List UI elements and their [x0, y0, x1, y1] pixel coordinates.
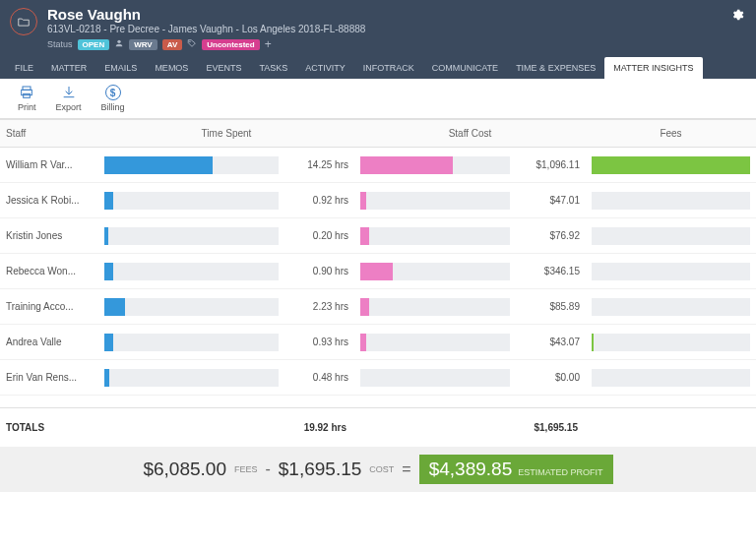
table-row: Erin Van Rens...0.48 hrs$0.00 — [0, 360, 756, 396]
totals-row: TOTALS 19.92 hrs $1,695.15 — [0, 407, 756, 447]
tab-emails[interactable]: EMAILS — [95, 57, 146, 79]
equals-icon: = — [402, 460, 410, 478]
time-bar: 0.90 hrs — [98, 263, 354, 280]
table-row: Kristin Jones0.20 hrs$76.92 — [0, 218, 756, 254]
client-name: Rose Vaughn — [47, 6, 365, 23]
summary-bar: $6,085.00 FEES - $1,695.15 COST = $4,389… — [0, 447, 756, 492]
print-button[interactable]: Print — [8, 83, 46, 114]
tab-file[interactable]: FILE — [6, 57, 42, 79]
summary-fees-lbl: FEES — [234, 464, 258, 474]
table-header: Staff Time Spent Staff Cost Fees — [0, 119, 756, 148]
col-fees: Fees — [586, 120, 756, 147]
time-bar: 0.92 hrs — [98, 192, 354, 210]
time-bar: 2.23 hrs — [98, 298, 354, 316]
matter-header: Rose Vaughn 613VL-0218 - Pre Decree - Ja… — [0, 0, 756, 57]
add-tag-button[interactable]: + — [265, 37, 272, 51]
staff-name: Rebecca Won... — [0, 258, 98, 284]
tag-icon — [187, 38, 197, 50]
staff-name: Kristin Jones — [0, 222, 98, 249]
summary-cost-amt: $1,695.15 — [279, 459, 362, 480]
svg-point-1 — [190, 41, 191, 42]
status-label: Status — [47, 39, 73, 49]
table-row: Training Acco...2.23 hrs$85.89 — [0, 289, 756, 325]
badge-av[interactable]: AV — [162, 39, 183, 50]
cost-bar: $1,096.11 — [354, 156, 586, 174]
fees-bar — [586, 192, 756, 210]
tab-bar: FILEMATTEREMAILSMEMOSEVENTSTASKSACTIVITY… — [0, 57, 756, 79]
tab-activity[interactable]: ACTIVITY — [296, 57, 354, 79]
staff-name: Training Acco... — [0, 293, 98, 320]
table-row: Rebecca Won...0.90 hrs$346.15 — [0, 254, 756, 289]
summary-cost-lbl: COST — [369, 464, 394, 474]
summary-fees-amt: $6,085.00 — [143, 459, 226, 480]
col-time: Time Spent — [98, 120, 354, 147]
profit-amt: $4,389.85 — [429, 459, 513, 480]
col-cost: Staff Cost — [354, 120, 586, 147]
staff-name: Andrea Valle — [0, 329, 98, 355]
billing-button[interactable]: $ Billing — [92, 83, 135, 114]
fees-bar — [586, 156, 756, 174]
table-row: Jessica K Robi...0.92 hrs$47.01 — [0, 183, 756, 218]
fees-bar — [586, 334, 756, 351]
badge-uncontested[interactable]: Uncontested — [202, 39, 259, 50]
user-icon — [114, 38, 124, 50]
staff-name: William R Var... — [0, 152, 98, 178]
staff-name: Erin Van Rens... — [0, 364, 98, 391]
cost-bar: $346.15 — [354, 263, 586, 280]
tab-matter-insights[interactable]: MATTER INSIGHTS — [604, 57, 702, 79]
time-bar: 0.20 hrs — [98, 227, 354, 245]
tab-infotrack[interactable]: INFOTRACK — [354, 57, 423, 79]
totals-cost: $1,695.15 — [354, 414, 586, 441]
table-row: William R Var...14.25 hrs$1,096.11 — [0, 148, 756, 183]
cost-bar: $76.92 — [354, 227, 586, 245]
fees-bar — [586, 369, 756, 387]
svg-point-0 — [118, 40, 121, 43]
profit-box: $4,389.85 ESTIMATED PROFIT — [419, 455, 613, 484]
badge-wrv[interactable]: WRV — [129, 39, 158, 50]
time-bar: 14.25 hrs — [98, 156, 354, 174]
settings-icon[interactable] — [730, 8, 744, 24]
matter-subtitle: 613VL-0218 - Pre Decree - James Vaughn -… — [47, 24, 365, 34]
table-row: Andrea Valle0.93 hrs$43.07 — [0, 325, 756, 360]
toolbar: Print Export $ Billing — [0, 79, 756, 119]
tab-communicate[interactable]: COMMUNICATE — [423, 57, 507, 79]
staff-name: Jessica K Robi... — [0, 187, 98, 214]
tab-time-expenses[interactable]: TIME & EXPENSES — [507, 57, 604, 79]
tab-tasks[interactable]: TASKS — [250, 57, 296, 79]
cost-bar: $43.07 — [354, 334, 586, 351]
totals-hrs: 19.92 hrs — [98, 414, 354, 441]
status-badge-open[interactable]: OPEN — [78, 39, 110, 50]
cost-bar: $85.89 — [354, 298, 586, 316]
time-bar: 0.93 hrs — [98, 334, 354, 351]
svg-rect-4 — [24, 93, 31, 97]
fees-bar — [586, 227, 756, 245]
totals-label: TOTALS — [0, 414, 98, 441]
tab-events[interactable]: EVENTS — [197, 57, 250, 79]
col-staff: Staff — [0, 120, 98, 147]
tab-matter[interactable]: MATTER — [42, 57, 95, 79]
table-body: William R Var...14.25 hrs$1,096.11Jessic… — [0, 148, 756, 396]
profit-lbl: ESTIMATED PROFIT — [518, 467, 602, 477]
minus-icon: - — [265, 460, 270, 478]
dollar-icon: $ — [105, 85, 121, 100]
cost-bar: $0.00 — [354, 369, 586, 387]
folder-icon — [10, 8, 37, 35]
cost-bar: $47.01 — [354, 192, 586, 210]
fees-bar — [586, 298, 756, 316]
export-button[interactable]: Export — [46, 83, 92, 114]
time-bar: 0.48 hrs — [98, 369, 354, 387]
fees-bar — [586, 263, 756, 280]
status-row: Status OPEN WRV AV Uncontested + — [47, 37, 365, 51]
tab-memos[interactable]: MEMOS — [146, 57, 197, 79]
